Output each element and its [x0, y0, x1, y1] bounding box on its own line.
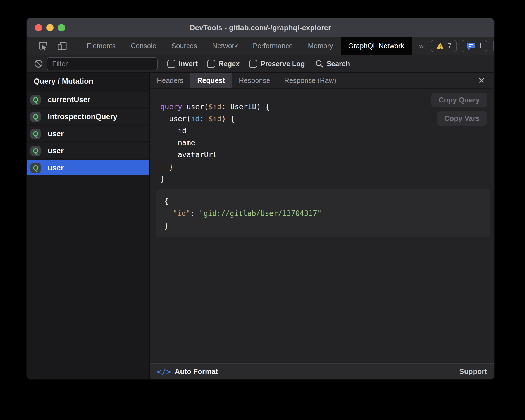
list-item-user[interactable]: Quser	[27, 160, 149, 175]
detail-footer: </> Auto Format Support	[150, 363, 494, 379]
checkbox-invert[interactable]: Invert	[167, 60, 198, 68]
query-name-label: user	[48, 130, 64, 138]
query-type-badge: Q	[30, 112, 41, 122]
copy-query-button[interactable]: Copy Query	[431, 93, 487, 107]
query-list: QcurrentUserQIntrospectionQueryQuserQuse…	[27, 90, 149, 175]
code-line: }	[164, 219, 482, 232]
list-item-user[interactable]: Quser	[27, 126, 149, 141]
checkbox-box-regex[interactable]	[207, 60, 215, 68]
list-item-introspectionquery[interactable]: QIntrospectionQuery	[27, 109, 149, 124]
request-panel: query user($id: UserID) { user(id: $id) …	[150, 89, 494, 363]
code-line: avatarUrl	[160, 149, 494, 161]
issues-warning-badge[interactable]: 7	[431, 40, 457, 52]
tab-network[interactable]: Network	[205, 37, 245, 55]
detail-tab-response-raw[interactable]: Response (Raw)	[277, 73, 343, 88]
code-line: id	[160, 125, 494, 137]
query-name-label: user	[48, 164, 64, 172]
minimize-window-button[interactable]	[46, 24, 54, 31]
warning-count: 7	[448, 42, 452, 50]
tab-sources[interactable]: Sources	[164, 37, 205, 55]
close-window-button[interactable]	[35, 24, 42, 31]
tab-memory[interactable]: Memory	[300, 37, 340, 55]
detail-tab-headers[interactable]: Headers	[150, 73, 190, 88]
checkbox-label: Regex	[219, 60, 240, 68]
filter-options: InvertRegexPreserve Log	[158, 60, 305, 68]
checkbox-preserve-log[interactable]: Preserve Log	[249, 60, 305, 68]
query-sidebar: Query / Mutation QcurrentUserQIntrospect…	[27, 73, 150, 379]
code-line: }	[160, 161, 494, 173]
query-type-badge: Q	[30, 95, 41, 105]
detail-pane: HeadersRequestResponseResponse (Raw) ✕ q…	[150, 73, 494, 379]
tab-console[interactable]: Console	[123, 37, 164, 55]
checkbox-box-invert[interactable]	[167, 60, 175, 68]
zoom-window-button[interactable]	[58, 24, 65, 31]
filter-bar: InvertRegexPreserve Log Search	[27, 55, 494, 73]
support-link[interactable]: Support	[459, 367, 487, 376]
window-title: DevTools - gitlab.com/-/graphql-explorer	[190, 23, 331, 32]
devtools-toolbar: ElementsConsoleSourcesNetworkPerformance…	[27, 37, 494, 55]
sidebar-title: Query / Mutation	[27, 73, 149, 90]
code-brackets-icon: </>	[157, 367, 171, 376]
checkbox-label: Invert	[179, 60, 198, 68]
query-type-badge: Q	[30, 129, 41, 139]
query-name-label: currentUser	[48, 96, 90, 104]
auto-format-button[interactable]: </> Auto Format	[157, 367, 218, 376]
copy-vars-button[interactable]: Copy Vars	[437, 111, 487, 126]
devtools-window: DevTools - gitlab.com/-/graphql-explorer…	[27, 18, 494, 379]
message-icon	[467, 42, 475, 50]
warning-icon	[436, 42, 444, 50]
code-line: "id": "gid://gitlab/User/13704317"	[164, 207, 482, 219]
clear-filter-icon[interactable]	[32, 57, 45, 70]
tab-performance[interactable]: Performance	[245, 37, 300, 55]
checkbox-box-preserve-log[interactable]	[249, 60, 257, 68]
code-line: name	[160, 137, 494, 149]
inspect-element-icon[interactable]	[37, 40, 49, 52]
detail-tab-response[interactable]: Response	[232, 73, 277, 88]
list-item-user[interactable]: Quser	[27, 143, 149, 158]
messages-badge[interactable]: 1	[462, 40, 487, 52]
more-tabs-button[interactable]: »	[412, 37, 431, 55]
titlebar: DevTools - gitlab.com/-/graphql-explorer	[27, 18, 494, 37]
list-item-currentuser[interactable]: QcurrentUser	[27, 92, 149, 107]
tab-graphql-network[interactable]: GraphQL Network	[341, 37, 412, 55]
toolbar-separator-2	[493, 41, 494, 51]
window-controls	[35, 18, 65, 37]
checkbox-label: Preserve Log	[261, 60, 305, 68]
search-label: Search	[327, 60, 350, 68]
close-detail-icon[interactable]: ✕	[476, 75, 487, 86]
filter-input[interactable]	[47, 57, 158, 70]
query-type-badge: Q	[30, 163, 41, 173]
code-line: }	[160, 173, 494, 185]
query-name-label: user	[48, 147, 64, 155]
query-type-badge: Q	[30, 146, 41, 156]
device-toolbar-icon[interactable]	[56, 40, 68, 52]
code-line: {	[164, 195, 482, 207]
tab-elements[interactable]: Elements	[79, 37, 123, 55]
query-name-label: IntrospectionQuery	[48, 113, 117, 121]
detail-tabs: HeadersRequestResponseResponse (Raw) ✕	[150, 73, 494, 89]
checkbox-regex[interactable]: Regex	[207, 60, 240, 68]
search-toggle[interactable]: Search	[315, 59, 350, 68]
detail-tab-request[interactable]: Request	[190, 73, 232, 88]
auto-format-label: Auto Format	[175, 367, 218, 376]
graphql-variables-code: { "id": "gid://gitlab/User/13704317"}	[164, 195, 482, 232]
search-icon	[315, 59, 323, 68]
devtools-tabs: ElementsConsoleSourcesNetworkPerformance…	[79, 37, 412, 55]
variables-box: { "id": "gid://gitlab/User/13704317"}	[156, 189, 490, 237]
main-split: Query / Mutation QcurrentUserQIntrospect…	[27, 73, 494, 379]
message-count: 1	[478, 42, 482, 50]
